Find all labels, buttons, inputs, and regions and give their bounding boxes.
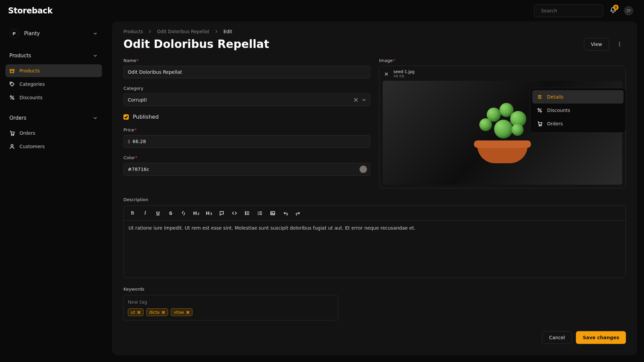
rte-bold-button[interactable]: B	[126, 208, 139, 219]
rte-ol-button[interactable]: 123	[254, 208, 266, 219]
keywords-input[interactable]	[128, 299, 334, 305]
rte-code-button[interactable]	[228, 208, 240, 219]
svg-point-24	[539, 125, 540, 126]
rte-ul-button[interactable]	[241, 208, 253, 219]
percent-icon	[9, 95, 15, 100]
clear-icon[interactable]	[354, 98, 358, 102]
name-label: Name*	[123, 58, 370, 63]
svg-point-25	[541, 125, 541, 126]
category-label: Category	[123, 86, 370, 91]
sidebar-item-products[interactable]: Products	[5, 64, 102, 77]
image-remove-button[interactable]	[383, 70, 390, 78]
sidebar-item-orders[interactable]: Orders	[5, 127, 102, 139]
svg-point-23	[540, 111, 542, 112]
breadcrumb-item[interactable]: Odit Doloribus Repellat	[157, 29, 209, 34]
svg-rect-3	[10, 71, 14, 73]
quote-icon	[219, 210, 224, 216]
tab-label: Details	[547, 94, 564, 100]
user-avatar[interactable]: ZF	[624, 6, 633, 15]
rte-image-button[interactable]	[267, 208, 279, 219]
rte-redo-button[interactable]	[292, 208, 304, 219]
currency-symbol: $	[127, 139, 130, 144]
cancel-button[interactable]: Cancel	[542, 331, 572, 344]
list-icon	[537, 94, 542, 100]
svg-point-28	[245, 213, 246, 214]
sidebar: P Planty Products Products Categories Di…	[0, 21, 107, 362]
keyword-tag-label: vitae	[174, 310, 184, 315]
keywords-box[interactable]: utdictavitae	[123, 295, 338, 320]
name-input[interactable]	[123, 66, 370, 78]
svg-text:3: 3	[258, 214, 259, 216]
category-select[interactable]	[123, 94, 370, 106]
remove-tag-icon[interactable]	[137, 311, 141, 314]
more-actions-button[interactable]	[613, 38, 626, 51]
sidebar-item-label: Products	[19, 68, 40, 73]
field-price: Price* $	[123, 127, 370, 148]
sidebar-item-categories[interactable]: Categories	[5, 78, 102, 90]
remove-tag-icon[interactable]	[162, 311, 165, 314]
view-button[interactable]: View	[584, 38, 609, 51]
tab-orders[interactable]: Orders	[532, 117, 624, 130]
tab-label: Orders	[547, 121, 563, 126]
svg-point-8	[11, 135, 12, 135]
published-checkbox[interactable]	[123, 114, 129, 120]
sidebar-item-customers[interactable]: Customers	[5, 140, 102, 153]
rte-link-button[interactable]	[177, 208, 190, 219]
field-category: Category	[123, 86, 370, 106]
notifications-button[interactable]: 0	[610, 7, 616, 15]
org-avatar: P	[9, 29, 19, 38]
rte-h2-button[interactable]: H2	[190, 208, 202, 219]
color-swatch[interactable]	[360, 166, 367, 173]
search-input[interactable]	[541, 8, 599, 13]
color-label: Color*	[123, 155, 370, 160]
save-button[interactable]: Save changes	[576, 331, 626, 344]
keyword-tag-label: ut	[131, 310, 135, 315]
field-published[interactable]: Published	[123, 114, 370, 120]
rte-strike-button[interactable]: S	[165, 208, 177, 219]
org-switcher[interactable]: P Planty	[5, 25, 102, 42]
sidebar-group-orders[interactable]: Orders	[5, 110, 102, 126]
rte-undo-button[interactable]	[279, 208, 291, 219]
field-name: Name*	[123, 58, 370, 78]
svg-line-21	[538, 109, 541, 112]
keywords-tags: utdictavitae	[128, 308, 334, 316]
breadcrumb-item[interactable]: Edit	[223, 29, 232, 34]
user-icon	[9, 144, 15, 149]
svg-point-4	[11, 83, 11, 83]
close-icon	[385, 72, 388, 76]
rte-underline-button[interactable]: U	[152, 208, 164, 219]
description-input[interactable]: Ut ratione iure impedit. Ut rem est esse…	[124, 221, 626, 278]
remove-tag-icon[interactable]	[186, 311, 190, 314]
breadcrumb-item[interactable]: Products	[123, 29, 143, 34]
chevron-down-icon	[93, 115, 98, 121]
chevron-down-icon[interactable]	[362, 98, 366, 102]
cart-icon	[9, 130, 15, 136]
org-name: Planty	[24, 31, 40, 37]
published-label: Published	[133, 114, 159, 120]
list-number-icon: 123	[257, 210, 263, 216]
tab-details[interactable]: Details	[532, 90, 624, 104]
archive-icon	[9, 68, 15, 73]
form-actions: Cancel Save changes	[123, 331, 626, 344]
color-input[interactable]	[123, 163, 370, 176]
image-filesize: 48 KB	[393, 74, 415, 78]
svg-point-7	[13, 98, 14, 100]
list-bullet-icon	[245, 210, 250, 216]
undo-icon	[283, 210, 288, 216]
rte-quote-button[interactable]	[216, 208, 228, 219]
tab-discounts[interactable]: Discounts	[532, 104, 624, 117]
svg-point-22	[538, 109, 539, 110]
rte-h3-button[interactable]: H3	[203, 208, 215, 219]
sidebar-item-discounts[interactable]: Discounts	[5, 91, 102, 104]
rte-italic-button[interactable]: I	[139, 208, 151, 219]
tag-icon	[9, 81, 15, 87]
svg-line-5	[10, 96, 14, 99]
price-input[interactable]	[123, 135, 370, 148]
sidebar-item-label: Orders	[19, 130, 35, 136]
svg-point-13	[619, 45, 620, 46]
sidebar-group-products[interactable]: Products	[5, 48, 102, 64]
sidebar-item-label: Discounts	[19, 95, 43, 100]
svg-point-11	[619, 42, 620, 43]
global-search[interactable]	[534, 4, 603, 17]
svg-point-9	[13, 135, 14, 135]
